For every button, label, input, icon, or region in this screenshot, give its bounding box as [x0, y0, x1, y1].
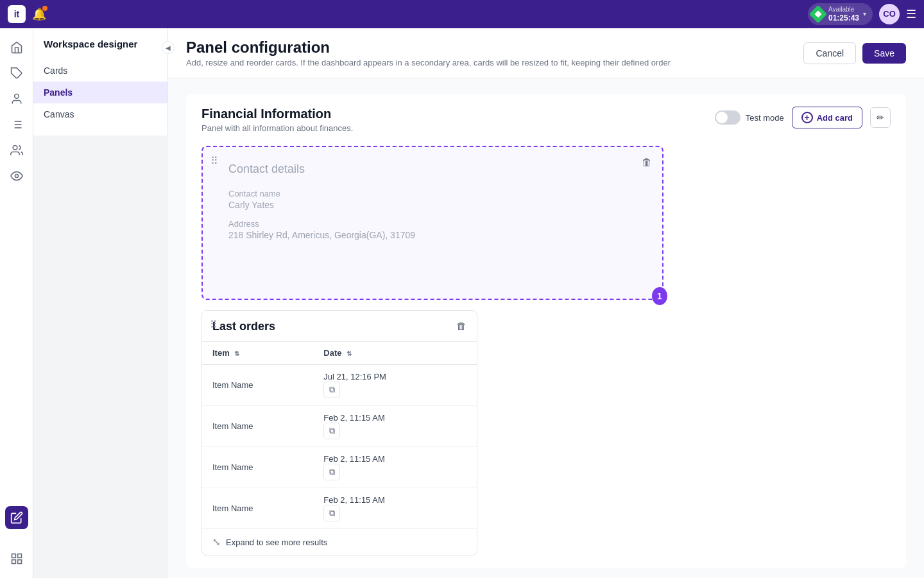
copy-button-3[interactable]: ⧉	[323, 505, 340, 521]
row-date-3: Feb 2, 11:15 AM ⧉	[313, 488, 477, 529]
content-area: Financial Information Panel with all inf…	[168, 78, 924, 578]
sort-icon-item: ⇅	[234, 350, 239, 357]
collapse-sidebar-button[interactable]: ◀	[162, 41, 175, 54]
card-drag-handle[interactable]: ⠿	[210, 155, 218, 167]
sidebar-item-cards[interactable]: Cards	[33, 60, 167, 82]
sidebar-item-edit[interactable]	[5, 506, 28, 529]
sidebar-item-panels[interactable]: Panels	[33, 82, 167, 103]
test-mode-toggle[interactable]	[715, 110, 740, 125]
status-text: Available 01:25:43	[828, 6, 859, 22]
svg-rect-11	[17, 554, 21, 558]
contact-card-title: Contact details	[213, 162, 652, 176]
hamburger-icon[interactable]: ☰	[906, 7, 916, 21]
copy-button-0[interactable]: ⧉	[323, 381, 340, 398]
svg-rect-12	[12, 560, 15, 564]
avatar[interactable]: CO	[879, 4, 900, 24]
chevron-down-icon: ▾	[863, 10, 866, 17]
header-actions: Cancel Save	[803, 42, 906, 64]
cancel-button[interactable]: Cancel	[803, 42, 856, 64]
top-nav-right: Available 01:25:43 ▾ CO ☰	[808, 3, 916, 25]
copy-button-1[interactable]: ⧉	[323, 423, 340, 439]
main-layout: Workspace designer Cards Panels Canvas ◀…	[0, 28, 924, 578]
orders-card-header: Last orders	[202, 311, 477, 341]
contact-details-card: ⠿ 🗑 Contact details Contact name Carly Y…	[201, 146, 663, 300]
icon-sidebar	[0, 28, 33, 578]
add-card-button[interactable]: + Add card	[792, 107, 862, 128]
contact-field-name: Contact name Carly Yates	[213, 189, 652, 210]
status-badge[interactable]: Available 01:25:43 ▾	[808, 3, 873, 25]
contact-field-address: Address 218 Shirley Rd, Americus, Georgi…	[213, 219, 652, 240]
status-label: Available	[828, 6, 859, 13]
workspace-designer-title: Workspace designer	[33, 39, 167, 60]
panel-controls: Test mode + Add card ✏	[715, 107, 891, 128]
notification-dot	[42, 6, 47, 11]
resize-handle[interactable]: 1	[652, 288, 667, 304]
test-mode-label: Test mode	[746, 113, 784, 123]
row-item-1: Item Name	[202, 406, 313, 447]
svg-point-8	[13, 146, 17, 150]
app-logo[interactable]: it	[8, 5, 26, 23]
sort-icon-date: ⇅	[346, 350, 352, 357]
col-date[interactable]: Date ⇅	[313, 342, 477, 365]
row-item-3: Item Name	[202, 488, 313, 529]
orders-delete-button[interactable]: 🗑	[452, 317, 470, 335]
table-row: Item Name Jul 21, 12:16 PM ⧉	[202, 365, 477, 406]
svg-point-1	[14, 94, 19, 99]
orders-table-header-row: Item ⇅ Date ⇅	[202, 342, 477, 365]
panel-title: Financial Information	[201, 107, 353, 121]
contact-name-value: Carly Yates	[228, 200, 652, 210]
svg-point-9	[15, 175, 18, 178]
sidebar-item-list[interactable]	[5, 113, 28, 136]
svg-rect-10	[12, 554, 15, 558]
contact-address-value: 218 Shirley Rd, Americus, Georgia(GA), 3…	[228, 230, 652, 240]
contact-name-label: Contact name	[228, 189, 652, 198]
sidebar-item-puzzle[interactable]	[5, 62, 28, 85]
sidebar-item-users[interactable]	[5, 139, 28, 162]
cards-container: ⠿ 🗑 Contact details Contact name Carly Y…	[201, 146, 891, 556]
row-item-0: Item Name	[202, 365, 313, 406]
top-navigation: it 🔔 Available 01:25:43 ▾ CO ☰	[0, 0, 924, 28]
sidebar-item-home[interactable]	[5, 36, 28, 59]
orders-drag-handle[interactable]: ⠿	[210, 319, 218, 331]
status-diamond-icon	[809, 5, 827, 23]
table-row: Item Name Feb 2, 11:15 AM ⧉	[202, 447, 477, 488]
save-button[interactable]: Save	[862, 43, 906, 64]
panel-header: Financial Information Panel with all inf…	[201, 107, 891, 133]
row-date-0: Jul 21, 12:16 PM ⧉	[313, 365, 477, 406]
sidebar-item-canvas[interactable]: Canvas	[33, 103, 167, 125]
expand-icon: ⤡	[212, 536, 221, 548]
sidebar-item-eye[interactable]	[5, 164, 28, 188]
add-card-label: Add card	[817, 113, 853, 123]
row-date-1: Feb 2, 11:15 AM ⧉	[313, 406, 477, 447]
left-panel-wrapper: Workspace designer Cards Panels Canvas ◀	[33, 28, 168, 578]
panel-description: Panel with all information about finance…	[201, 123, 353, 133]
col-item[interactable]: Item ⇅	[202, 342, 313, 365]
row-item-2: Item Name	[202, 447, 313, 488]
contact-address-label: Address	[228, 219, 652, 229]
card-delete-button[interactable]: 🗑	[638, 153, 656, 171]
sidebar-item-user[interactable]	[5, 87, 28, 110]
header-bar: Panel configuration Add, resize and reor…	[168, 28, 924, 78]
main-content: Panel configuration Add, resize and reor…	[168, 28, 924, 578]
panel-section: Financial Information Panel with all inf…	[186, 94, 906, 568]
expand-row[interactable]: ⤡ Expand to see more results	[202, 529, 477, 555]
page-subtitle: Add, resize and reorder cards. If the da…	[186, 58, 671, 67]
status-time: 01:25:43	[828, 13, 859, 22]
orders-table: Item ⇅ Date ⇅	[202, 341, 477, 529]
panel-info: Financial Information Panel with all inf…	[201, 107, 353, 133]
last-orders-card: ⠿ 🗑 Last orders Item ⇅	[201, 310, 477, 556]
resize-badge: 1	[652, 287, 667, 305]
edit-button[interactable]: ✏	[870, 107, 891, 128]
expand-label: Expand to see more results	[226, 538, 327, 547]
copy-button-2[interactable]: ⧉	[323, 464, 340, 480]
table-row: Item Name Feb 2, 11:15 AM ⧉	[202, 488, 477, 529]
orders-card-title: Last orders	[212, 320, 466, 333]
left-panel: Workspace designer Cards Panels Canvas	[33, 28, 168, 136]
top-nav-left: it 🔔	[8, 5, 46, 23]
notifications-bell[interactable]: 🔔	[32, 7, 46, 21]
svg-rect-13	[17, 560, 21, 564]
header-text: Panel configuration Add, resize and reor…	[186, 39, 671, 67]
plus-circle-icon: +	[801, 112, 813, 123]
row-date-2: Feb 2, 11:15 AM ⧉	[313, 447, 477, 488]
sidebar-item-grid[interactable]	[5, 547, 28, 570]
